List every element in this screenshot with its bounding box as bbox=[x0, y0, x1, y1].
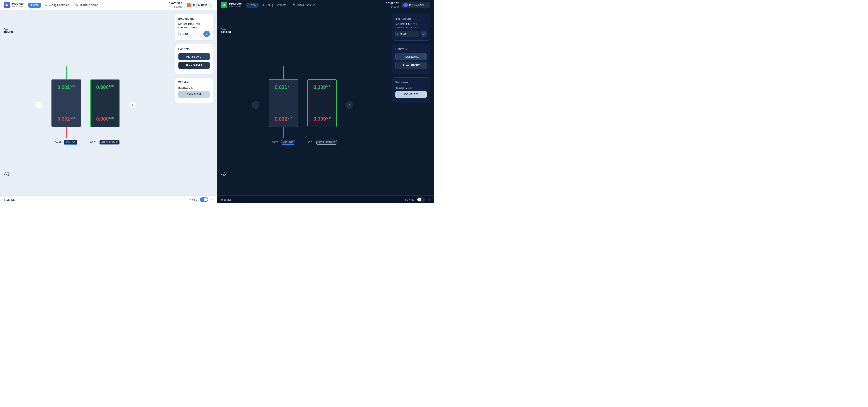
left-nav-home[interactable]: Home bbox=[29, 2, 41, 7]
right-bet-input[interactable] bbox=[396, 31, 419, 37]
right-candle2-top-value: 0.000ETH bbox=[313, 84, 331, 90]
right-next-arrow[interactable]: › bbox=[346, 101, 353, 109]
right-candle1-bottom-value: 0.002ETH bbox=[275, 116, 292, 122]
left-debug-icon: ◈ bbox=[45, 3, 47, 7]
right-candle1-body: 0.001ETH 0.002ETH bbox=[269, 79, 298, 127]
right-candle2-badge: #51 PLAYABLE bbox=[316, 140, 337, 144]
left-refresh-button[interactable]: ↺ bbox=[204, 31, 210, 37]
left-play-long-button[interactable]: PLAY LONG bbox=[178, 53, 210, 60]
right-refresh-button[interactable]: ↺ bbox=[421, 31, 427, 37]
right-toggle-knob bbox=[417, 198, 421, 201]
right-nav-debug[interactable]: ◈ Debug Contracts bbox=[259, 2, 289, 7]
left-open-label: Open 1634.36 bbox=[4, 28, 13, 34]
right-fork-link[interactable]: Fork me bbox=[405, 198, 414, 201]
right-wallet-button[interactable]: 0X1B...CA7C ⌄ bbox=[401, 2, 430, 8]
left-toggle-knob bbox=[204, 198, 208, 201]
right-bet-input-row: ≡ ↺ bbox=[396, 31, 427, 37]
left-candle1-wick-bottom bbox=[66, 127, 66, 138]
left-bet-input[interactable] bbox=[178, 31, 202, 37]
right-controls-card: Controls PLAY LONG PLAY SHORT bbox=[392, 44, 430, 74]
left-next-arrow[interactable]: › bbox=[129, 101, 136, 109]
right-brand: Predictor Predict & Win bbox=[221, 2, 242, 8]
left-side-panel: Bet Amount Min Bet: 0.001 ETH Max Bet: 0… bbox=[171, 10, 217, 195]
right-eth-price: 0.6932 SEP Sepolia bbox=[386, 2, 399, 8]
left-candle2-badge-row: 09:31 › #51 PLAYABLE bbox=[90, 140, 120, 144]
right-withdraw-card: Withdraw Balance: 0 ETH CONFIRM bbox=[392, 77, 430, 103]
left-theme-toggle[interactable] bbox=[200, 197, 208, 202]
right-navbar: Predictor Predict & Win Home ◈ Debug Con… bbox=[217, 0, 434, 10]
left-brand-sub: Predict & Win bbox=[12, 5, 25, 8]
left-candle2-bottom-value: 0.000ETH bbox=[96, 116, 114, 122]
right-prev-arrow[interactable]: ‹ bbox=[252, 101, 259, 109]
right-close-label: Close 0.00 bbox=[221, 171, 227, 177]
right-candle2-bottom-value: 0.000ETH bbox=[313, 116, 331, 122]
right-debug-icon: ◈ bbox=[262, 3, 264, 7]
right-nav-items: Home ◈ Debug Contracts 🔍 Block Explorer bbox=[246, 2, 384, 7]
right-side-panel: Bet Amount Min Bet: 0.001 ETH Max Bet: 0… bbox=[389, 10, 434, 195]
left-withdraw-title: Withdraw bbox=[178, 81, 210, 84]
right-candle1-badge: #50 LIVE bbox=[281, 140, 295, 144]
left-nav-items: Home ◈ Debug Contracts 🔍 Block Explorer bbox=[29, 2, 167, 7]
right-candle1-badge-row: 04:31 › #50 LIVE bbox=[272, 140, 295, 144]
left-balance: Balance: 0 ETH bbox=[178, 86, 210, 89]
left-nav-debug[interactable]: ◈ Debug Contracts bbox=[42, 2, 71, 7]
right-confirm-button[interactable]: CONFIRM bbox=[396, 91, 427, 98]
left-bet-amount-card: Bet Amount Min Bet: 0.001 ETH Max Bet: 0… bbox=[175, 14, 213, 40]
left-navbar: Predictor Predict & Win Home ◈ Debug Con… bbox=[0, 0, 217, 10]
right-brand-text: Predictor Predict & Win bbox=[229, 2, 242, 7]
left-footer-right: Fork me ☀ bbox=[188, 197, 213, 202]
right-play-long-button[interactable]: PLAY LONG bbox=[396, 53, 427, 60]
left-search-icon: 🔍 bbox=[75, 3, 79, 7]
left-footer-price: 1633.27 bbox=[4, 198, 16, 201]
right-panel: Predictor Predict & Win Home ◈ Debug Con… bbox=[217, 0, 434, 203]
right-price-dot bbox=[221, 199, 223, 201]
right-footer-price: 1633.3 bbox=[221, 198, 231, 201]
right-footer: 1633.3 Fork me ☽ bbox=[217, 195, 434, 203]
right-wallet-avatar bbox=[403, 3, 408, 7]
svg-marker-0 bbox=[5, 4, 8, 6]
left-max-bet: Max Bet: 0.101 ETH bbox=[178, 26, 210, 29]
left-nav-explorer[interactable]: 🔍 Block Explorer bbox=[72, 2, 100, 7]
right-chart-area: Open 1634.36 Close 0.00 ‹ 0.001ETH bbox=[217, 10, 389, 195]
right-candle2-wick-bottom bbox=[322, 127, 322, 138]
right-input-icon: ≡ bbox=[397, 33, 398, 35]
left-price-dot bbox=[4, 199, 5, 201]
left-brand-text: Predictor Predict & Win bbox=[12, 2, 25, 7]
right-brand-name: Predictor bbox=[229, 2, 242, 5]
right-controls-title: Controls bbox=[396, 47, 427, 51]
right-balance: Balance: 0 ETH bbox=[396, 86, 427, 89]
left-controls-title: Controls bbox=[178, 47, 210, 51]
left-fork-link[interactable]: Fork me bbox=[188, 198, 197, 201]
left-brand: Predictor Predict & Win bbox=[4, 2, 25, 8]
right-nav-explorer[interactable]: 🔍 Block Explorer bbox=[290, 2, 318, 7]
right-main: Open 1634.36 Close 0.00 ‹ 0.001ETH bbox=[217, 10, 434, 195]
left-candle1-badge-row: 04:31 › #50 LIVE bbox=[55, 140, 78, 144]
left-play-short-button[interactable]: PLAY SHORT bbox=[178, 62, 210, 69]
left-candle-1: 0.001ETH 0.002ETH 04:31 › #50 LIVE bbox=[52, 66, 81, 144]
left-candle2-wick-bottom bbox=[105, 127, 105, 138]
left-close-label: Close 0.00 bbox=[4, 171, 9, 177]
right-play-short-button[interactable]: PLAY SHORT bbox=[396, 62, 427, 69]
right-nav-home[interactable]: Home bbox=[246, 2, 258, 7]
right-candle2-wick-top bbox=[322, 66, 322, 79]
right-input-wrapper: ≡ bbox=[396, 31, 419, 37]
left-candle1-wick-top bbox=[66, 66, 66, 79]
left-min-bet: Min Bet: 0.001 ETH bbox=[178, 23, 210, 25]
left-candle2-badge: #51 PLAYABLE bbox=[99, 140, 120, 144]
right-theme-toggle[interactable] bbox=[417, 197, 425, 202]
left-bet-input-row: ≡ ↺ bbox=[178, 31, 210, 37]
right-search-icon: 🔍 bbox=[292, 3, 296, 7]
left-wallet-button[interactable]: 0XBC...8A94 ⌄ bbox=[184, 2, 213, 8]
left-brand-name: Predictor bbox=[12, 2, 25, 5]
right-nav-right: 0.6932 SEP Sepolia 0X1B...CA7C ⌄ bbox=[386, 2, 430, 8]
left-prev-arrow[interactable]: ‹ bbox=[35, 101, 42, 109]
right-candle2-body: 0.000ETH 0.000ETH bbox=[307, 79, 337, 127]
left-confirm-button[interactable]: CONFIRM bbox=[178, 91, 210, 98]
left-panel: Predictor Predict & Win Home ◈ Debug Con… bbox=[0, 0, 217, 203]
left-brand-logo bbox=[4, 2, 10, 8]
left-wallet-avatar bbox=[187, 3, 191, 7]
left-candle2-wick-top bbox=[105, 66, 105, 79]
right-min-bet: Min Bet: 0.001 ETH bbox=[396, 23, 427, 25]
left-candle1-bottom-value: 0.002ETH bbox=[57, 116, 75, 122]
left-input-wrapper: ≡ bbox=[178, 31, 202, 37]
